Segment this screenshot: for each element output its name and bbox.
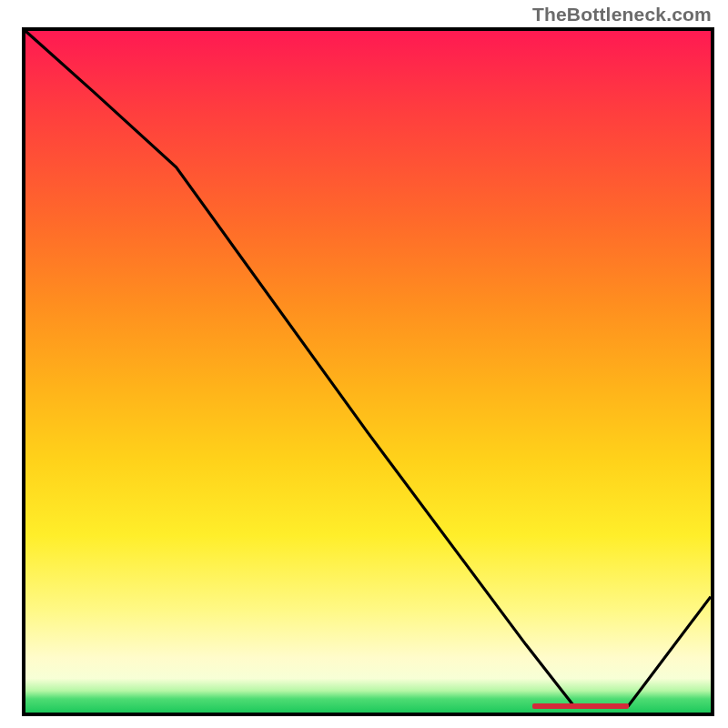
optimum-marker — [532, 703, 628, 709]
watermark-text: TheBottleneck.com — [532, 4, 712, 25]
chart-gradient-background — [25, 31, 711, 713]
chart-frame — [22, 27, 714, 716]
